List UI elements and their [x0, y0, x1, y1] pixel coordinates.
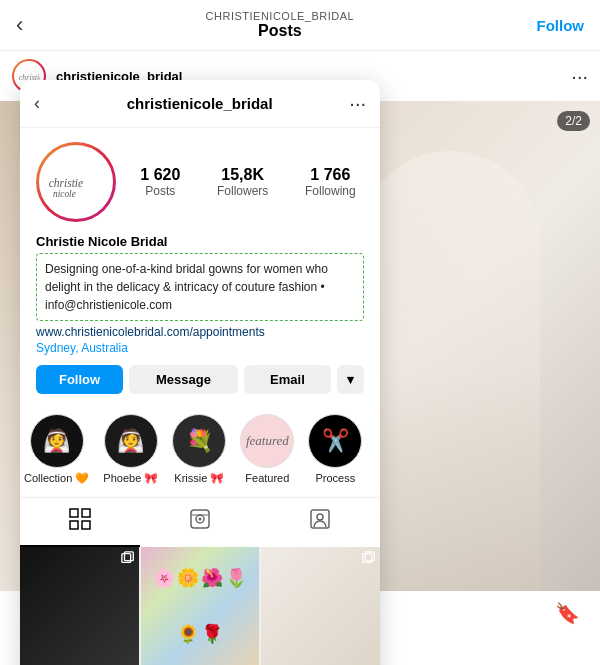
highlight-circle-featured: featured [240, 414, 294, 468]
highlight-circle-krissie: 💐 [172, 414, 226, 468]
followers-count: 15,8K [221, 166, 264, 184]
card-username: christienicole_bridal [50, 95, 349, 112]
card-profile-top: christie nicole 1 620 Posts 15,8K Follow… [36, 142, 364, 222]
highlight-process[interactable]: ✂️ Process [308, 414, 362, 485]
card-menu-button[interactable]: ··· [349, 92, 366, 115]
highlights-row: 👰 Collection 🧡 👰 Phoebe 🎀 💐 Krissie 🎀 fe… [20, 414, 380, 497]
svg-rect-4 [82, 509, 90, 517]
svg-text:christie: christie [49, 177, 84, 189]
multi-icon-3 [362, 551, 376, 567]
highlight-collection[interactable]: 👰 Collection 🧡 [24, 414, 89, 485]
image-counter-badge: 2/2 [557, 111, 590, 131]
svg-rect-5 [70, 521, 78, 529]
posts-label: Posts [145, 184, 175, 198]
profile-display-name: Christie Nicole Bridal [36, 234, 364, 249]
svg-text:nicole: nicole [53, 189, 76, 199]
highlight-label-collection: Collection 🧡 [24, 472, 89, 485]
svg-rect-6 [82, 521, 90, 529]
card-header: ‹ christienicole_bridal ··· [20, 80, 380, 128]
profile-website[interactable]: www.christienicolebridal.com/appointment… [36, 325, 364, 339]
photo-grid: 🌸🌼🌺🌷🌻🌹 🌸🌼🌺🌷 [20, 547, 380, 665]
stat-posts[interactable]: 1 620 Posts [140, 166, 180, 198]
bookmark-button[interactable]: 🔖 [555, 601, 580, 625]
action-buttons: Follow Message Email ▾ [36, 365, 364, 394]
svg-point-12 [317, 514, 323, 520]
svg-point-9 [199, 518, 202, 521]
multi-icon-1 [121, 551, 135, 567]
bg-more-options[interactable]: ··· [571, 65, 588, 88]
stat-followers[interactable]: 15,8K Followers [217, 166, 268, 198]
profile-avatar: christie nicole [39, 145, 113, 219]
profile-tabs [20, 497, 380, 547]
profile-location: Sydney, Australia [36, 341, 364, 355]
profile-bio: Designing one-of-a-kind bridal gowns for… [36, 253, 364, 321]
tab-reels[interactable] [140, 498, 260, 547]
highlight-label-featured: Featured [245, 472, 289, 484]
highlight-label-phoebe: Phoebe 🎀 [103, 472, 158, 485]
following-count: 1 766 [310, 166, 350, 184]
bg-back-button[interactable]: ‹ [16, 12, 23, 38]
bg-post-title: Posts [258, 22, 302, 40]
card-back-button[interactable]: ‹ [34, 93, 40, 114]
dropdown-button[interactable]: ▾ [337, 365, 364, 394]
following-label: Following [305, 184, 356, 198]
bg-post-header: ‹ CHRISTIENICOLE_BRIDAL Posts Follow [0, 0, 600, 51]
highlight-circle-process: ✂️ [308, 414, 362, 468]
grid-thumb-2[interactable]: 🌸🌼🌺🌷🌻🌹 [141, 547, 260, 665]
tab-grid[interactable] [20, 498, 140, 547]
message-button[interactable]: Message [129, 365, 238, 394]
highlight-circle-collection: 👰 [30, 414, 84, 468]
followers-label: Followers [217, 184, 268, 198]
profile-avatar-ring[interactable]: christie nicole [36, 142, 116, 222]
grid-thumb-3[interactable] [261, 547, 380, 665]
grid-icon [69, 508, 91, 535]
highlight-label-krissie: Krissie 🎀 [174, 472, 224, 485]
tagged-icon [309, 508, 331, 535]
grid-thumb-1[interactable] [20, 547, 139, 665]
bg-follow-button[interactable]: Follow [536, 17, 584, 34]
profile-card: ‹ christienicole_bridal ··· christie nic… [20, 80, 380, 665]
highlight-label-process: Process [315, 472, 355, 484]
bride-decoration [360, 151, 540, 591]
highlight-circle-phoebe: 👰 [104, 414, 158, 468]
reels-icon [189, 508, 211, 535]
posts-count: 1 620 [140, 166, 180, 184]
email-button[interactable]: Email [244, 365, 331, 394]
bg-header-center: CHRISTIENICOLE_BRIDAL Posts [206, 10, 355, 40]
highlight-krissie[interactable]: 💐 Krissie 🎀 [172, 414, 226, 485]
highlight-phoebe[interactable]: 👰 Phoebe 🎀 [103, 414, 158, 485]
card-profile-section: christie nicole 1 620 Posts 15,8K Follow… [20, 128, 380, 414]
svg-rect-3 [70, 509, 78, 517]
stat-following[interactable]: 1 766 Following [305, 166, 356, 198]
bg-post-account-name: CHRISTIENICOLE_BRIDAL [206, 10, 355, 22]
follow-button[interactable]: Follow [36, 365, 123, 394]
tab-tagged[interactable] [260, 498, 380, 547]
profile-stats: 1 620 Posts 15,8K Followers 1 766 Follow… [132, 166, 364, 198]
highlight-featured[interactable]: featured Featured [240, 414, 294, 485]
